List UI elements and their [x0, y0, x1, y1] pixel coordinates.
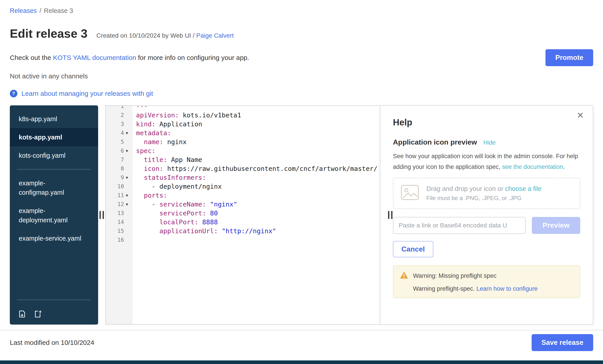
- line-number-12[interactable]: 12▾: [106, 200, 132, 209]
- file-tree-item[interactable]: kots-config.yaml: [10, 146, 98, 165]
- code-line-14[interactable]: localPort: 8888: [132, 218, 380, 227]
- code-line-9[interactable]: statusInformers:: [132, 173, 380, 182]
- line-number-2[interactable]: 2: [106, 111, 132, 120]
- file-sidebar: k8s-app.yamlkots-app.yamlkots-config.yam…: [10, 105, 98, 325]
- code-token: [136, 227, 160, 235]
- fold-caret-icon[interactable]: ▾: [126, 200, 132, 209]
- code-line-1[interactable]: ---: [132, 106, 380, 111]
- fold-caret-icon[interactable]: ▾: [126, 191, 132, 200]
- configure-link[interactable]: Learn how to configure: [476, 285, 538, 292]
- line-number-4[interactable]: 4▾: [106, 129, 132, 137]
- choose-file-link[interactable]: choose a file: [505, 185, 541, 192]
- file-tree-item[interactable]: example-service.yaml: [10, 229, 98, 247]
- release-workbench: k8s-app.yamlkots-app.yamlkots-config.yam…: [10, 105, 593, 325]
- fold-caret-icon[interactable]: ▾: [126, 129, 132, 137]
- author-link[interactable]: Paige Calvert: [196, 32, 234, 39]
- code-token: Application: [155, 120, 202, 128]
- code-token: "nginx": [206, 200, 237, 208]
- dropzone-hint: File must be a .PNG, .JPEG, or .JPG: [426, 195, 541, 202]
- line-number-15[interactable]: 15: [106, 227, 132, 235]
- code-line-2[interactable]: apiVersion: kots.io/v1beta1: [132, 111, 380, 120]
- code-editor: 1234▾56▾789▾1011▾12▾13141516 ---apiVersi…: [105, 105, 381, 325]
- code-line-8[interactable]: icon: https://raw.githubusercontent.com/…: [132, 164, 380, 173]
- code-line-7[interactable]: title: App Name: [132, 155, 380, 164]
- code-token: https://raw.githubusercontent.com/cncf/a…: [163, 165, 377, 172]
- code-token: [136, 183, 152, 190]
- fold-caret-icon[interactable]: ▾: [126, 146, 132, 155]
- line-number-9[interactable]: 9▾: [106, 173, 132, 182]
- kots-docs-link[interactable]: KOTS YAML documentation: [53, 54, 136, 61]
- bottom-bar: [0, 360, 603, 364]
- resize-handle-left[interactable]: [99, 211, 104, 219]
- editor-code-area[interactable]: ---apiVersion: kots.io/v1beta1kind: Appl…: [132, 106, 380, 324]
- add-file-icon[interactable]: [34, 310, 42, 318]
- code-token: localPort:: [160, 218, 198, 226]
- import-file-icon[interactable]: [18, 310, 26, 318]
- preview-button[interactable]: Preview: [532, 217, 580, 234]
- page-title: Edit release 3: [10, 26, 87, 41]
- fold-caret-icon[interactable]: ▾: [126, 173, 132, 182]
- code-line-10[interactable]: - deployment/nginx: [132, 182, 380, 191]
- file-tree-divider: [17, 169, 91, 169]
- code-token: 80: [206, 210, 218, 217]
- help-description-suffix: .: [563, 164, 565, 170]
- file-tree-item[interactable]: kots-app.yaml: [10, 128, 98, 146]
- code-line-4[interactable]: metadata:: [132, 129, 380, 137]
- channel-status-text: Not active in any channels: [10, 72, 593, 80]
- code-line-11[interactable]: ports:: [132, 191, 380, 200]
- resize-handle-right[interactable]: [388, 211, 393, 219]
- code-line-5[interactable]: name: nginx: [132, 137, 380, 146]
- code-line-3[interactable]: kind: Application: [132, 120, 380, 129]
- icon-dropzone[interactable]: Drag and drop your icon or choose a file…: [393, 178, 580, 209]
- line-number-10[interactable]: 10: [106, 182, 132, 191]
- created-text: Created on 10/10/2024 by Web UI / Paige …: [96, 32, 234, 39]
- file-tree-item[interactable]: example-deployment.yaml: [10, 202, 98, 229]
- warning-title-row: Warning: Missing preflight spec: [400, 271, 574, 281]
- title-row: Edit release 3 Created on 10/10/2024 by …: [10, 26, 593, 41]
- breadcrumb-releases-link[interactable]: Releases: [10, 7, 37, 14]
- line-number-5[interactable]: 5: [106, 137, 132, 146]
- editor-gutter-column: 1234▾56▾789▾1011▾12▾13141516: [106, 106, 132, 324]
- code-line-6[interactable]: spec:: [132, 146, 380, 155]
- docs-text: Check out the KOTS YAML documentation fo…: [10, 54, 249, 62]
- code-token: [136, 156, 144, 164]
- save-release-button[interactable]: Save release: [532, 334, 593, 351]
- promote-button[interactable]: Promote: [545, 49, 593, 66]
- code-token: serviceName:: [160, 200, 206, 208]
- dropzone-text-block: Drag and drop your icon or choose a file…: [426, 185, 541, 202]
- git-help-link[interactable]: Learn about managing your releases with …: [21, 90, 153, 97]
- file-tree-item[interactable]: example-configmap.yaml: [10, 174, 98, 202]
- see-documentation-link[interactable]: see the documentation: [502, 164, 563, 170]
- breadcrumb-current: Release 3: [44, 7, 73, 14]
- code-token: [136, 138, 144, 146]
- hide-link[interactable]: Hide: [483, 139, 496, 146]
- code-line-12[interactable]: - serviceName: "nginx": [132, 200, 380, 209]
- editor-code: ---apiVersion: kots.io/v1beta1kind: Appl…: [132, 106, 380, 244]
- code-line-15[interactable]: applicationUrl: "http://nginx": [132, 227, 380, 235]
- code-token: -: [152, 200, 160, 208]
- icon-preview-title: Application icon preview: [393, 138, 477, 146]
- close-icon[interactable]: ✕: [577, 111, 584, 120]
- line-number-3[interactable]: 3: [106, 120, 132, 129]
- line-number-13[interactable]: 13: [106, 209, 132, 218]
- line-number-16[interactable]: 16: [106, 235, 132, 244]
- line-number-8[interactable]: 8: [106, 164, 132, 173]
- code-token: "http://nginx": [218, 227, 276, 235]
- line-number-7[interactable]: 7: [106, 155, 132, 164]
- line-number-6[interactable]: 6▾: [106, 146, 132, 155]
- warning-box: Warning: Missing preflight spec Warning …: [393, 265, 580, 298]
- code-line-16[interactable]: [132, 235, 380, 244]
- code-token: title:: [144, 156, 167, 164]
- cancel-button[interactable]: Cancel: [393, 241, 433, 257]
- code-token: [136, 165, 144, 172]
- warning-body-text: Warning preflight-spec.: [413, 285, 476, 292]
- file-tree-item[interactable]: k8s-app.yaml: [10, 110, 98, 128]
- line-number-14[interactable]: 14: [106, 218, 132, 227]
- line-number-1[interactable]: 1: [106, 106, 132, 111]
- icon-url-input[interactable]: [393, 217, 526, 234]
- icon-url-row: Preview: [393, 217, 580, 234]
- file-tree: k8s-app.yamlkots-app.yamlkots-config.yam…: [10, 110, 98, 295]
- help-description: See how your application icon will look …: [393, 151, 580, 172]
- code-line-13[interactable]: servicePort: 80: [132, 209, 380, 218]
- line-number-11[interactable]: 11▾: [106, 191, 132, 200]
